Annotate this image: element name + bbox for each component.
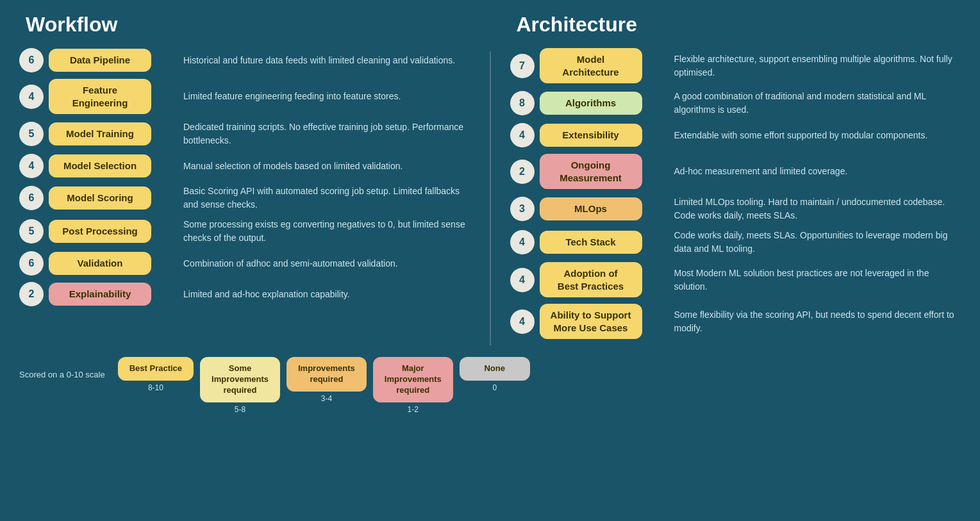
legend-badge: None [460,357,530,381]
list-item: 7Model ArchitectureFlexible architecture… [510,48,961,83]
label-badge: Model Scoring [49,186,151,210]
legend-items: Best Practice8-10Some Improvements requi… [118,357,530,414]
label-badge: Feature Engineering [49,79,151,114]
legend-item: None0 [460,357,530,392]
score-circle: 8 [510,91,535,115]
score-circle: 7 [510,54,535,78]
legend-badge: Major Improvements required [373,357,453,402]
legend-range: 0 [492,383,497,392]
workflow-title: Workflow [19,13,470,37]
label-badge: Data Pipeline [49,49,151,72]
badge-container: 4Ability to Support More Use Cases [510,304,664,339]
list-item: 2Ongoing MeasurementAd-hoc measurement a… [510,154,961,189]
legend-range: 3-4 [321,394,332,403]
label-badge: Ongoing Measurement [540,154,642,189]
architecture-rows: 7Model ArchitectureFlexible architecture… [510,48,961,345]
item-description: Dedicated training scripts. No effective… [183,120,470,147]
score-circle: 4 [19,85,44,109]
badge-container: 6Data Pipeline [19,48,173,72]
list-item: 4Feature EngineeringLimited feature engi… [19,79,470,114]
score-circle: 5 [19,219,44,244]
item-description: Some processing exists eg converting neg… [183,218,470,245]
score-circle: 3 [510,197,535,221]
list-item: 6Model ScoringBasic Scoring API with aut… [19,185,470,211]
list-item: 4Ability to Support More Use CasesSome f… [510,304,961,339]
badge-container: 4Feature Engineering [19,79,173,114]
item-description: Manual selection of models based on limi… [183,160,470,173]
item-description: Code works daily, meets SLAs. Opportunit… [674,229,961,256]
badge-container: 8Algorithms [510,91,664,115]
score-circle: 4 [510,268,535,292]
badge-container: 2Ongoing Measurement [510,154,664,189]
label-badge: Post Processing [49,220,151,243]
list-item: 6Data PipelineHistorical and future data… [19,48,470,72]
score-circle: 4 [19,154,44,178]
label-badge: Explainability [49,283,151,306]
legend-section: Scored on a 0-10 scale Best Practice8-10… [19,357,961,414]
badge-container: 4Model Selection [19,154,173,178]
legend-range: 1-2 [408,405,419,414]
legend-item: Some Improvements required5-8 [200,357,280,414]
workflow-rows: 6Data PipelineHistorical and future data… [19,48,470,313]
workflow-section: Workflow 6Data PipelineHistorical and fu… [19,13,470,345]
architecture-section: Architecture 7Model ArchitectureFlexible… [510,13,961,345]
item-description: A good combination of traditional and mo… [674,90,961,117]
label-badge: Extensibility [540,124,642,147]
label-badge: Adoption of Best Practices [540,262,642,297]
badge-container: 5Post Processing [19,219,173,244]
label-badge: Model Training [49,122,151,145]
item-description: Some flexibility via the scoring API, bu… [674,308,961,335]
badge-container: 5Model Training [19,122,173,146]
list-item: 8AlgorithmsA good combination of traditi… [510,90,961,117]
score-circle: 6 [19,48,44,72]
scored-label: Scored on a 0-10 scale [19,370,105,379]
label-badge: Algorithms [540,92,642,115]
legend-badge: Improvements required [287,357,367,392]
list-item: 4Adoption of Best PracticesMost Modern M… [510,262,961,297]
item-description: Limited feature engineering feeding into… [183,90,470,103]
badge-container: 6Validation [19,251,173,276]
list-item: 4ExtensibilityExtendable with some effor… [510,123,961,147]
legend-item: Improvements required3-4 [287,357,367,403]
score-circle: 6 [19,186,44,210]
label-badge: Tech Stack [540,231,642,254]
list-item: 6ValidationCombination of adhoc and semi… [19,251,470,276]
main-container: Workflow 6Data PipelineHistorical and fu… [19,13,961,345]
list-item: 2ExplainabilityLimited and ad-hoc explan… [19,282,470,306]
item-description: Combination of adhoc and semi-automated … [183,257,470,270]
item-description: Basic Scoring API with automated scoring… [183,185,470,211]
badge-container: 4Adoption of Best Practices [510,262,664,297]
section-divider [490,51,491,345]
label-badge: MLOps [540,197,642,220]
score-circle: 4 [510,123,535,147]
architecture-title: Architecture [510,13,961,37]
item-description: Limited and ad-hoc explanation capabilit… [183,288,470,301]
item-description: Ad-hoc measurement and limited coverage. [674,165,961,178]
item-description: Historical and future data feeds with li… [183,54,470,67]
badge-container: 3MLOps [510,197,664,221]
score-circle: 5 [19,122,44,146]
badge-container: 7Model Architecture [510,48,664,83]
item-description: Extendable with some effort supported by… [674,129,961,142]
label-badge: Model Architecture [540,48,642,83]
legend-item: Major Improvements required1-2 [373,357,453,414]
label-badge: Validation [49,252,151,275]
legend-badge: Best Practice [118,357,194,381]
legend-badge: Some Improvements required [200,357,280,402]
score-circle: 6 [19,251,44,276]
label-badge: Model Selection [49,154,151,178]
list-item: 4Tech StackCode works daily, meets SLAs.… [510,229,961,256]
list-item: 5Post ProcessingSome processing exists e… [19,218,470,245]
label-badge: Ability to Support More Use Cases [540,304,642,339]
badge-container: 2Explainability [19,282,173,306]
score-circle: 4 [510,230,535,254]
score-circle: 2 [19,282,44,306]
list-item: 5Model TrainingDedicated training script… [19,120,470,147]
item-description: Most Modern ML solution best practices a… [674,267,961,294]
score-circle: 4 [510,310,535,334]
badge-container: 6Model Scoring [19,186,173,210]
score-circle: 2 [510,160,535,184]
list-item: 4Model SelectionManual selection of mode… [19,154,470,178]
badge-container: 4Extensibility [510,123,664,147]
badge-container: 4Tech Stack [510,230,664,254]
